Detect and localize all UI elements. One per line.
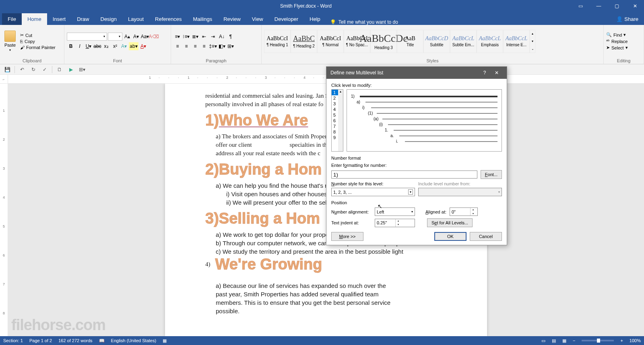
zoom-slider[interactable]	[582, 340, 614, 341]
view-read-mode[interactable]: ▭	[541, 338, 545, 343]
style-item[interactable]: AaBbCcI¶ Heading 1	[264, 30, 291, 53]
italic-button[interactable]: I	[76, 42, 84, 50]
align-center-button[interactable]: ≡	[182, 42, 190, 50]
ok-button[interactable]: OK	[434, 232, 466, 241]
tab-references[interactable]: References	[149, 13, 187, 25]
sort-button[interactable]: A↓	[218, 33, 226, 41]
replace-button[interactable]: ᵃᵇReplace	[606, 39, 628, 44]
format-painter-button[interactable]: 🖌Format Painter	[20, 45, 56, 50]
tab-layout[interactable]: Layout	[122, 13, 149, 25]
status-section[interactable]: Section: 1	[3, 338, 23, 343]
share-button[interactable]: 👤 Share	[611, 13, 644, 25]
tab-review[interactable]: Review	[218, 13, 246, 25]
number-format-input[interactable]	[331, 170, 477, 179]
style-item[interactable]: AaBbCcDSubtitle	[423, 30, 450, 53]
view-web-layout[interactable]: ▦	[562, 338, 566, 343]
aligned-at-spinner[interactable]: ▴▾	[450, 207, 478, 216]
tab-view[interactable]: View	[246, 13, 269, 25]
set-all-levels-button[interactable]: Set for All Levels...	[427, 218, 473, 227]
qat-save-icon[interactable]: 💾	[3, 66, 11, 74]
tab-developer[interactable]: Developer	[269, 13, 304, 25]
style-item[interactable]: AaBbC¶ Heading 2	[291, 30, 317, 53]
zoom-in-button[interactable]: +	[620, 338, 623, 343]
styles-scroll[interactable]: ▴▾⌄	[530, 30, 535, 53]
minimize-button[interactable]: —	[590, 0, 608, 12]
close-button[interactable]: ✕	[626, 0, 644, 12]
style-item[interactable]: AaBbCcLEmphasis	[477, 30, 503, 53]
bullets-button[interactable]: ≡▾	[173, 33, 182, 41]
superscript-button[interactable]: x²	[111, 42, 119, 50]
font-color-button[interactable]: A▾	[139, 42, 147, 50]
strikethrough-button[interactable]: abc	[93, 42, 101, 50]
qat-play-icon[interactable]: ▶	[67, 66, 75, 74]
align-right-button[interactable]: ≡	[191, 42, 199, 50]
text-indent-spinner[interactable]: ▴▾	[375, 219, 415, 227]
tab-selector[interactable]: ⌐	[0, 75, 8, 83]
align-left-button[interactable]: ≡	[173, 42, 182, 50]
grow-font-button[interactable]: A▴	[123, 33, 131, 41]
paste-button[interactable]: Paste ▾	[2, 31, 18, 52]
show-marks-button[interactable]: ¶	[227, 33, 235, 41]
cut-button[interactable]: ✂Cut	[20, 33, 56, 38]
underline-button[interactable]: U▾	[85, 42, 93, 50]
multilevel-button[interactable]: ≣▾	[191, 33, 199, 41]
zoom-out-button[interactable]: −	[573, 338, 575, 343]
status-words[interactable]: 162 of 272 words	[58, 338, 92, 343]
tab-home[interactable]: Home	[22, 13, 47, 25]
tab-help[interactable]: Help	[304, 13, 326, 25]
tab-draw[interactable]: Draw	[71, 13, 95, 25]
line-spacing-button[interactable]: ‡≡▾	[209, 42, 217, 50]
number-style-select[interactable]: 1, 2, 3, ...▾	[331, 188, 415, 196]
view-print-layout[interactable]: ▤	[552, 338, 556, 343]
find-button[interactable]: 🔍Find ▾	[606, 32, 628, 37]
style-item[interactable]: AaBbCcDcHeading 3	[370, 30, 397, 53]
redo-button[interactable]: ↻	[29, 66, 37, 74]
style-item[interactable]: AaBbCcLSubtle Em...	[450, 30, 477, 53]
tell-me-search[interactable]: 💡 Tell me what you want to do	[326, 19, 611, 25]
undo-button[interactable]: ↶	[18, 66, 26, 74]
tab-file[interactable]: File	[2, 13, 22, 25]
cancel-button[interactable]: Cancel	[470, 232, 502, 241]
borders-button[interactable]: ⊞▾	[227, 42, 235, 50]
zoom-level[interactable]: 100%	[630, 338, 641, 343]
font-size-select[interactable]: ▾	[108, 33, 122, 41]
select-button[interactable]: ➤Select ▾	[606, 45, 628, 50]
status-proof-icon[interactable]: 📖	[99, 338, 105, 343]
justify-button[interactable]: ≡	[200, 42, 208, 50]
dialog-close-button[interactable]: ✕	[491, 70, 503, 76]
status-language[interactable]: English (United States)	[111, 338, 157, 343]
tab-design[interactable]: Design	[95, 13, 122, 25]
style-item[interactable]: AaBbCcLIntense E...	[503, 30, 530, 53]
subscript-button[interactable]: x₂	[102, 42, 110, 50]
status-page[interactable]: Page 1 of 2	[29, 338, 52, 343]
shrink-font-button[interactable]: A▾	[132, 33, 140, 41]
highlight-button[interactable]: ab▾	[129, 42, 138, 50]
change-case-button[interactable]: Aa▾	[141, 33, 149, 41]
increase-indent-button[interactable]: ⇥	[209, 33, 217, 41]
style-item[interactable]: AaBTitle	[397, 30, 423, 53]
numbering-button[interactable]: ⁝≡▾	[182, 33, 190, 41]
qat-table-icon[interactable]: ⊞▾	[78, 66, 86, 74]
bold-button[interactable]: B	[67, 42, 75, 50]
scrollbar[interactable]: ▴	[338, 90, 343, 151]
clear-formatting-button[interactable]: A⌫	[150, 33, 158, 41]
ribbon-display-button[interactable]: ▭	[572, 0, 590, 12]
new-doc-button[interactable]: 🗋	[56, 66, 64, 74]
copy-button[interactable]: ⎘Copy	[20, 39, 56, 44]
shading-button[interactable]: ◧▾	[218, 42, 226, 50]
tab-mailings[interactable]: Mailings	[188, 13, 218, 25]
maximize-button[interactable]: ▢	[608, 0, 626, 12]
status-macro-icon[interactable]: ▦	[163, 338, 167, 343]
alignment-select[interactable]: Left▾	[375, 207, 415, 216]
tab-insert[interactable]: Insert	[47, 13, 72, 25]
qat-spellcheck-icon[interactable]: ✓	[41, 66, 49, 74]
dialog-help-button[interactable]: ?	[479, 70, 491, 76]
text-effects-button[interactable]: A▾	[120, 42, 128, 50]
style-item[interactable]: AaBbCcI¶ Normal	[317, 30, 344, 53]
vertical-ruler[interactable]: 12345678	[0, 84, 8, 336]
dialog-titlebar[interactable]: Define new Multilevel list ? ✕	[326, 67, 507, 79]
decrease-indent-button[interactable]: ⇤	[200, 33, 208, 41]
horizontal-ruler[interactable]: ⌐ 1···1···2···3···4···5···6	[0, 75, 644, 84]
level-listbox[interactable]: 123456789▴	[331, 89, 343, 152]
more-button[interactable]: More >>	[331, 232, 363, 241]
